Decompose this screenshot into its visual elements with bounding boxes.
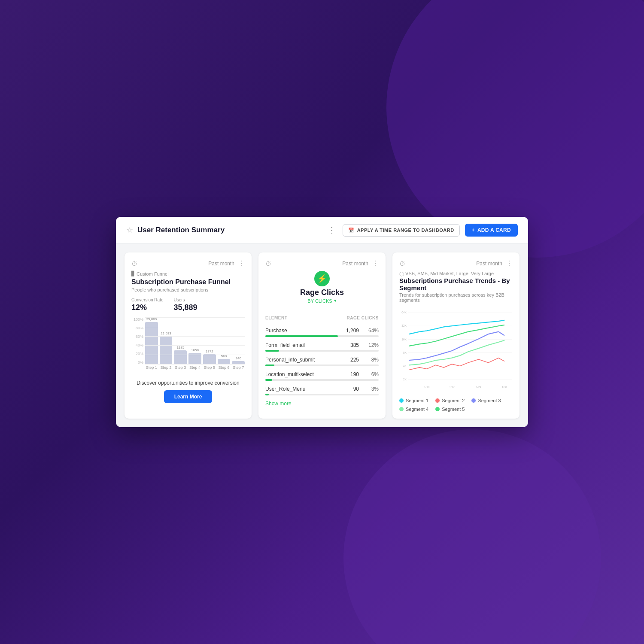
funnel-bar-chart: 100% 80% 60% 40% 20% 0%	[131, 317, 245, 373]
svg-text:1/10: 1/10	[424, 385, 430, 389]
rage-pct: 3%	[366, 386, 379, 392]
rage-row-submit: Personal_info_submit 225 8%	[265, 357, 379, 366]
rage-bar-bg	[265, 379, 379, 381]
rage-bar-bg	[265, 394, 379, 395]
segment-2-dot	[435, 398, 440, 403]
svg-text:1/24: 1/24	[476, 385, 481, 389]
rage-bar-bg	[265, 335, 379, 337]
rage-by-clicks[interactable]: BY CLICKS ▾	[307, 298, 336, 304]
clock-icon: ⏱	[131, 260, 137, 267]
rage-card-top: ⏱ Past month ⋮	[265, 259, 379, 267]
funnel-menu-button[interactable]: ⋮	[238, 259, 245, 267]
rage-pct: 8%	[366, 357, 379, 363]
trends-chart: 64K 32K 16K 8K 4K 2K 1/10 1/17	[399, 308, 513, 394]
rage-bar-bg	[265, 350, 379, 352]
conversion-rate-metric: Conversion Rate 12%	[131, 298, 163, 312]
funnel-card-top-left: ⏱	[131, 260, 137, 267]
rage-element-name: Location_multi-select	[265, 371, 314, 377]
svg-text:8K: 8K	[403, 350, 407, 355]
rage-element-name: Form_field_email	[265, 342, 305, 348]
add-card-button[interactable]: + ADD A CARD	[465, 224, 518, 237]
segment-tags: ◯ VSB, SMB, Mid Market, Large, Very Larg…	[399, 271, 513, 276]
rage-icon-circle: ⚡	[314, 271, 330, 286]
legend-segment-3: Segment 3	[471, 398, 501, 403]
svg-text:16K: 16K	[401, 337, 407, 341]
legend-segment-5: Segment 5	[435, 407, 465, 412]
svg-text:32K: 32K	[401, 324, 407, 328]
add-card-label: ADD A CARD	[477, 227, 511, 233]
dashboard-container: ☆ User Retention Summary ⋮ 📅 APPLY A TIM…	[116, 217, 528, 427]
funnel-card-top: ⏱ Past month ⋮	[131, 259, 245, 267]
rage-pct: 64%	[366, 328, 379, 334]
page-title: User Retention Summary	[137, 226, 225, 234]
legend-segment-1: Segment 1	[399, 398, 428, 403]
rage-row-info: Location_multi-select 190 6%	[265, 371, 379, 377]
rage-clock-icon: ⏱	[265, 260, 271, 267]
rage-bar-fill	[265, 365, 274, 366]
bar-step-7: 240	[232, 317, 245, 365]
segment-4-dot	[399, 407, 404, 411]
funnel-desc: People who purchased subscriptions	[131, 287, 245, 292]
funnel-cta-text: Discover opportunities to improve conver…	[131, 380, 245, 386]
segment-5-label: Segment 5	[442, 407, 465, 412]
bar-step-1: 35,889	[145, 317, 158, 365]
rage-bar-fill	[265, 335, 338, 337]
bar-step-6: 560	[218, 317, 231, 365]
funnel-subtitle-type: ▊ Custom Funnel	[131, 271, 245, 276]
rage-table: ELEMENT RAGE CLICKS Purchase 1,209 64%	[265, 316, 379, 407]
rage-numbers: 190 6%	[350, 371, 379, 377]
segment-1-dot	[399, 398, 404, 403]
rage-row-info: Personal_info_submit 225 8%	[265, 357, 379, 363]
time-range-label: APPLY A TIME RANGE TO DASHBOARD	[357, 228, 454, 233]
funnel-card: ⏱ Past month ⋮ ▊ Custom Funnel Subscript…	[125, 252, 252, 419]
rage-lightning-icon: ⚡	[317, 274, 327, 283]
rage-element-name: Personal_info_submit	[265, 357, 315, 363]
legend-segment-4: Segment 4	[399, 407, 428, 412]
dashboard-body: ⏱ Past month ⋮ ▊ Custom Funnel Subscript…	[116, 244, 528, 427]
rage-col-clicks: RAGE CLICKS	[347, 316, 379, 320]
trends-period: Past month	[476, 261, 502, 267]
trends-card-top: ⏱ Past month ⋮	[399, 259, 513, 267]
time-range-button[interactable]: 📅 APPLY A TIME RANGE TO DASHBOARD	[343, 224, 459, 237]
users-metric: Users 35,889	[173, 298, 197, 312]
trends-svg: 64K 32K 16K 8K 4K 2K 1/10 1/17	[399, 308, 513, 394]
svg-text:1/17: 1/17	[449, 385, 455, 389]
header-right: ⋮ 📅 APPLY A TIME RANGE TO DASHBOARD + AD…	[326, 224, 518, 237]
rage-count: 90	[353, 386, 359, 392]
rage-numbers: 90 3%	[353, 386, 379, 392]
calendar-icon: 📅	[348, 228, 355, 233]
rage-card-center: ⚡ Rage Clicks BY CLICKS ▾	[265, 271, 379, 310]
show-more-button[interactable]: Show more	[265, 401, 379, 407]
rage-element-name: User_Role_Menu	[265, 386, 305, 392]
rage-row-location: Location_multi-select 190 6%	[265, 371, 379, 381]
rage-element-name: Purchase	[265, 328, 287, 334]
rage-chevron-down-icon: ▾	[334, 298, 337, 304]
learn-more-button[interactable]: Learn More	[164, 390, 213, 403]
users-label: Users	[173, 298, 197, 302]
funnel-title: Subscription Purchase Funnel	[131, 278, 245, 286]
segment-4-label: Segment 4	[406, 407, 428, 412]
bar-step-5: 1872	[203, 317, 216, 365]
rage-row-info: Form_field_email 385 12%	[265, 342, 379, 348]
rage-numbers: 225 8%	[350, 357, 379, 363]
rage-pct: 6%	[366, 371, 379, 377]
rage-menu-button[interactable]: ⋮	[372, 259, 379, 267]
rage-numbers: 385 12%	[350, 342, 379, 348]
trends-clock-icon: ⏱	[399, 260, 405, 267]
funnel-metrics: Conversion Rate 12% Users 35,889	[131, 298, 245, 312]
trends-menu-button[interactable]: ⋮	[506, 259, 513, 267]
star-icon[interactable]: ☆	[126, 225, 133, 235]
rage-clicks-card: ⏱ Past month ⋮ ⚡ Rage Clicks BY CLICKS ▾	[258, 252, 386, 419]
rage-table-header: ELEMENT RAGE CLICKS	[265, 316, 379, 324]
svg-text:2K: 2K	[403, 377, 407, 381]
rage-count: 190	[350, 371, 359, 377]
trends-desc: Trends for subscription purchases across…	[399, 292, 513, 303]
rage-count: 225	[350, 357, 359, 363]
header-left: ☆ User Retention Summary	[126, 225, 225, 235]
conversion-rate-label: Conversion Rate	[131, 298, 163, 302]
trends-card-top-left: ⏱	[399, 260, 405, 267]
segment-1-label: Segment 1	[406, 398, 428, 403]
rage-col-element: ELEMENT	[265, 316, 287, 320]
segment-2-label: Segment 2	[442, 398, 465, 403]
header-dots-button[interactable]: ⋮	[326, 224, 337, 237]
